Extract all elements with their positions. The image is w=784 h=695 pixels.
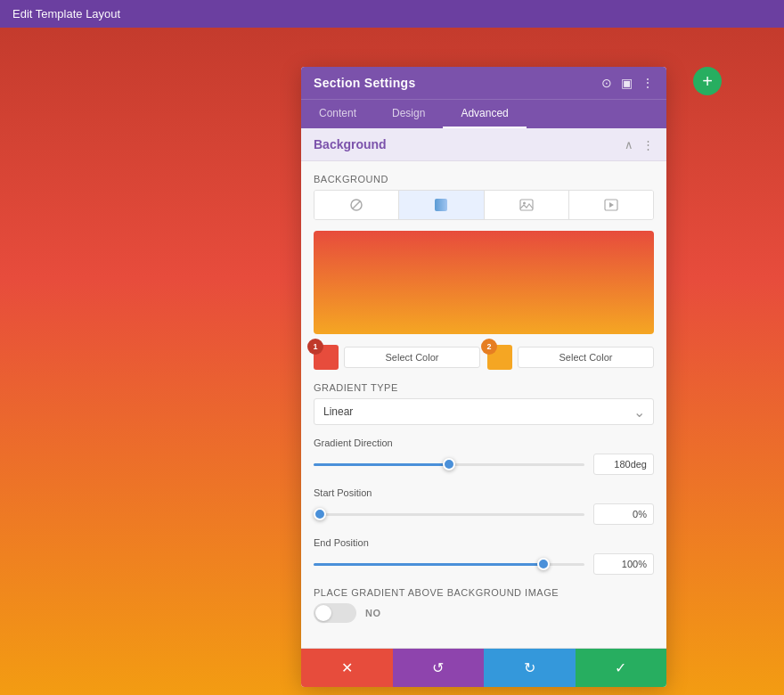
place-gradient-label: Place Gradient Above Background Image	[314, 587, 654, 598]
svg-rect-3	[520, 200, 533, 210]
gradient-type-select-wrapper: Linear Radial	[314, 398, 654, 425]
end-position-thumb[interactable]	[537, 558, 550, 570]
panel-desktop-icon[interactable]: ⊙	[601, 76, 612, 90]
place-gradient-toggle-row: NO	[314, 603, 654, 623]
start-position-track	[314, 513, 584, 516]
svg-line-1	[353, 201, 360, 208]
panel-header-icons: ⊙ ▣ ⋮	[601, 76, 654, 90]
end-position-slider[interactable]	[314, 555, 584, 573]
content-area: Background	[301, 161, 666, 648]
start-position-label: Start Position	[314, 487, 654, 498]
color-stops-row: 1 Select Color 2 Select Color	[314, 345, 654, 370]
top-bar-title: Edit Template Layout	[12, 7, 120, 20]
bg-type-video[interactable]	[569, 191, 653, 219]
gradient-direction-value[interactable]	[593, 454, 654, 475]
place-gradient-toggle[interactable]	[314, 603, 356, 623]
bg-type-gradient[interactable]	[399, 191, 484, 219]
place-gradient-field: Place Gradient Above Background Image NO	[314, 587, 654, 623]
gradient-type-label: Gradient Type	[314, 382, 654, 393]
redo-button[interactable]: ↻	[484, 649, 576, 687]
end-position-row	[314, 553, 654, 575]
end-position-label: End Position	[314, 537, 654, 548]
end-position-track	[314, 563, 584, 566]
gradient-direction-row	[314, 454, 654, 475]
svg-rect-2	[435, 199, 447, 211]
tab-design[interactable]: Design	[374, 100, 443, 128]
color-stop-2-badge: 2	[487, 345, 512, 370]
end-position-value[interactable]	[593, 553, 654, 575]
bg-type-none[interactable]	[314, 191, 399, 219]
color-stop-1-select-button[interactable]: Select Color	[344, 347, 480, 368]
gradient-direction-thumb[interactable]	[443, 458, 455, 470]
gradient-type-field: Gradient Type Linear Radial	[314, 382, 654, 425]
panel-tablet-icon[interactable]: ▣	[621, 76, 633, 90]
start-position-thumb[interactable]	[314, 508, 326, 520]
end-position-fill	[314, 563, 543, 566]
cancel-button[interactable]: ✕	[301, 649, 393, 687]
start-position-section: Start Position	[314, 487, 654, 525]
gradient-preview	[314, 231, 654, 334]
background-field-label: Background	[314, 174, 654, 184]
top-bar: Edit Template Layout	[0, 0, 784, 28]
color-stop-1-number: 1	[307, 339, 323, 355]
panel-header: Section Settings ⊙ ▣ ⋮	[301, 67, 666, 99]
tabs-bar: Content Design Advanced	[301, 99, 666, 128]
panel-more-icon[interactable]: ⋮	[641, 76, 654, 90]
color-stop-2-number: 2	[481, 339, 497, 355]
gradient-type-select[interactable]: Linear Radial	[314, 398, 654, 425]
start-position-row	[314, 503, 654, 525]
panel-body: Background ∧ ⋮ Background	[301, 128, 666, 648]
color-stop-2-select-button[interactable]: Select Color	[518, 347, 654, 368]
tab-content[interactable]: Content	[301, 100, 374, 128]
gradient-direction-section: Gradient Direction	[314, 437, 654, 475]
toggle-knob	[315, 605, 331, 621]
background-section-title: Background	[314, 137, 387, 151]
panel-title: Section Settings	[314, 76, 415, 90]
start-position-value[interactable]	[593, 503, 654, 525]
section-settings-panel: Section Settings ⊙ ▣ ⋮ Content Design Ad…	[301, 67, 666, 687]
color-stop-1-badge: 1	[314, 345, 339, 370]
background-type-row	[314, 190, 654, 220]
toggle-label: NO	[365, 608, 381, 618]
undo-button[interactable]: ↺	[393, 649, 485, 687]
save-button[interactable]: ✓	[576, 649, 667, 687]
section-collapse-icon[interactable]: ∧	[625, 138, 633, 151]
section-header-controls: ∧ ⋮	[625, 138, 654, 151]
start-position-slider[interactable]	[314, 505, 584, 523]
end-position-section: End Position	[314, 537, 654, 575]
add-section-button[interactable]: +	[693, 67, 722, 95]
background-section-header: Background ∧ ⋮	[301, 128, 666, 161]
svg-point-4	[523, 202, 526, 205]
bg-type-image[interactable]	[485, 191, 569, 219]
color-stop-1: 1 Select Color	[314, 345, 480, 370]
gradient-direction-fill	[314, 463, 449, 466]
section-more-icon[interactable]: ⋮	[642, 138, 654, 151]
panel-footer: ✕ ↺ ↻ ✓	[301, 648, 666, 687]
color-stop-2: 2 Select Color	[487, 345, 654, 370]
gradient-direction-label: Gradient Direction	[314, 437, 654, 448]
gradient-direction-track	[314, 463, 584, 466]
svg-marker-6	[609, 202, 614, 208]
gradient-direction-slider[interactable]	[314, 455, 584, 473]
tab-advanced[interactable]: Advanced	[443, 100, 526, 128]
